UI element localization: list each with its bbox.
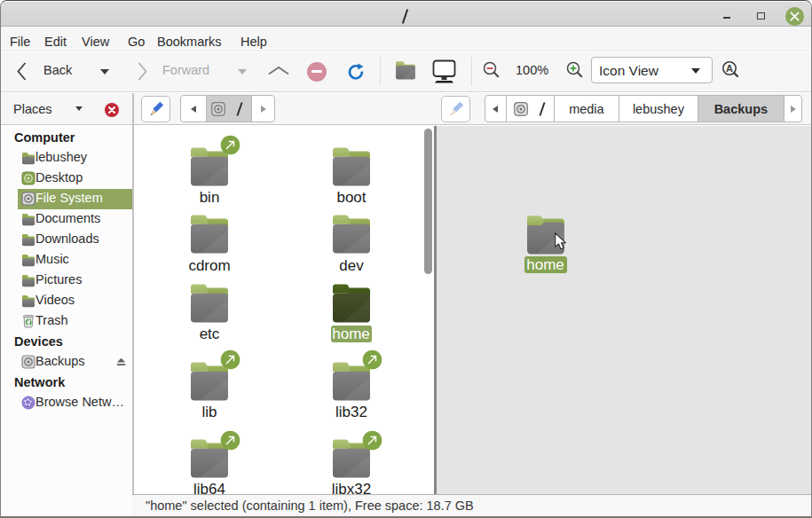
svg-text:A: A xyxy=(726,63,733,74)
